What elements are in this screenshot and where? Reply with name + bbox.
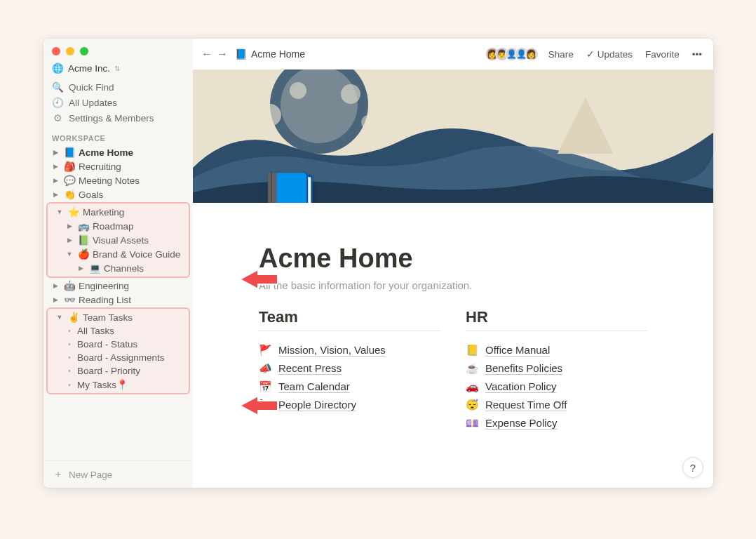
hr-link[interactable]: 📒Office Manual — [466, 341, 647, 359]
chevron-right-icon[interactable]: ▶ — [65, 237, 74, 244]
hr-link[interactable]: 🚗Vacation Policy — [466, 378, 647, 396]
emoji-icon: 📒 — [466, 344, 480, 357]
page-label: Recruiting — [79, 161, 121, 172]
link-label[interactable]: Office Manual — [485, 344, 550, 357]
emoji-icon: 🚗 — [466, 380, 480, 393]
chevron-right-icon[interactable]: ▶ — [50, 177, 60, 184]
page-channels[interactable]: ▶ 💻 Channels — [48, 261, 189, 275]
forward-button[interactable]: → — [217, 48, 228, 60]
all-updates[interactable]: 🕘 All Updates — [43, 95, 193, 110]
chevron-right-icon[interactable]: ▶ — [50, 191, 60, 198]
check-icon: ✓ — [586, 48, 595, 60]
avatar: 👩 — [525, 47, 539, 61]
presence-avatars[interactable]: 👩 👨 👤 👤 👩 — [485, 47, 539, 61]
page-marketing[interactable]: ▼ ⭐ Marketing — [48, 205, 189, 219]
bullet-icon: • — [65, 354, 74, 361]
new-page-button[interactable]: ＋ New Page — [43, 460, 193, 488]
share-button[interactable]: Share — [546, 48, 576, 61]
green-book-icon: 📗 — [77, 234, 90, 246]
traffic-lights — [43, 39, 193, 60]
page-team-tasks[interactable]: ▼ ✌️ Team Tasks — [48, 310, 189, 324]
window-minimize[interactable] — [66, 47, 74, 55]
view-all-tasks[interactable]: • All Tasks — [48, 324, 189, 338]
page-label: Acme Home — [79, 147, 133, 158]
page-label: Meeting Notes — [79, 175, 140, 186]
chevron-right-icon[interactable]: ▶ — [50, 296, 60, 303]
cover-image[interactable]: 📘 — [193, 69, 713, 203]
chevron-right-icon[interactable]: ▶ — [50, 149, 60, 156]
view-label: Board - Priority — [77, 366, 140, 376]
help-button[interactable]: ? — [682, 457, 703, 478]
emoji-icon: 💷 — [466, 417, 480, 430]
link-label[interactable]: Team Calendar — [278, 380, 350, 393]
hr-link[interactable]: 😴Request Time Off — [466, 396, 647, 414]
team-link[interactable]: 📣Recent Press — [259, 359, 440, 378]
new-page-label: New Page — [69, 470, 112, 480]
emoji-icon: 📣 — [259, 362, 273, 375]
page-description[interactable]: All the basic information for your organ… — [259, 279, 647, 291]
page-acme-home[interactable]: ▶ 📘 Acme Home — [43, 145, 193, 159]
view-board-status[interactable]: • Board - Status — [48, 338, 189, 351]
bus-icon: 🚌 — [77, 220, 90, 232]
svg-point-4 — [290, 82, 306, 99]
page-icon[interactable]: 📘 — [259, 170, 322, 203]
page-goals[interactable]: ▶ 👏 Goals — [43, 187, 193, 201]
chevron-right-icon[interactable]: ▶ — [50, 282, 60, 289]
window-close[interactable] — [52, 47, 60, 55]
nav-arrows: ← → — [201, 48, 228, 60]
favorite-button[interactable]: Favorite — [642, 48, 682, 61]
link-label[interactable]: Request Time Off — [485, 399, 567, 411]
team-column: Team 🚩Mission, Vision, Values📣Recent Pre… — [259, 308, 440, 432]
bullet-icon: • — [65, 367, 74, 375]
chevron-down-icon[interactable]: ▼ — [65, 251, 74, 258]
page-brand-voice[interactable]: ▼ 🍎 Brand & Voice Guide — [48, 247, 189, 261]
view-board-priority[interactable]: • Board - Priority — [48, 364, 189, 378]
page-engineering[interactable]: ▶ 🤖 Engineering — [43, 279, 193, 293]
hr-column: HR 📒Office Manual☕Benefits Policies🚗Vaca… — [466, 308, 647, 432]
workspace-switcher[interactable]: 🌐 Acme Inc. ⇅ — [43, 60, 193, 79]
more-menu[interactable]: ••• — [689, 48, 705, 61]
page-recruiting[interactable]: ▶ 🎒 Recruiting — [43, 159, 193, 173]
bullet-icon: • — [65, 327, 74, 335]
hr-link[interactable]: ☕Benefits Policies — [466, 359, 647, 378]
chevron-down-icon[interactable]: ▼ — [55, 314, 65, 321]
chevron-down-icon[interactable]: ▼ — [55, 208, 65, 215]
page-meeting-notes[interactable]: ▶ 💬 Meeting Notes — [43, 173, 193, 187]
peace-icon: ✌️ — [67, 312, 80, 323]
window-zoom[interactable] — [80, 47, 88, 55]
page-visual-assets[interactable]: ▶ 📗 Visual Assets — [48, 233, 189, 247]
chevron-right-icon[interactable]: ▶ — [65, 222, 74, 229]
all-updates-label: All Updates — [69, 98, 117, 108]
view-label: Board - Status — [77, 339, 137, 350]
page-title[interactable]: Acme Home — [259, 244, 647, 274]
callout-arrow — [240, 267, 278, 292]
hr-link[interactable]: 💷Expense Policy — [466, 414, 647, 432]
link-label[interactable]: Vacation Policy — [485, 380, 556, 393]
link-label[interactable]: People Directory — [278, 399, 356, 411]
updates-button[interactable]: ✓ Updates — [583, 47, 635, 61]
svg-marker-7 — [240, 270, 278, 289]
team-heading: Team — [259, 308, 440, 331]
view-board-assignments[interactable]: • Board - Assignments — [48, 351, 189, 364]
breadcrumb[interactable]: 📘 Acme Home — [235, 48, 305, 60]
link-label[interactable]: Mission, Vision, Values — [278, 344, 386, 357]
team-link[interactable]: 🚩Mission, Vision, Values — [259, 341, 440, 359]
team-link[interactable]: 📞People Directory — [259, 396, 440, 414]
link-label[interactable]: Benefits Policies — [485, 362, 562, 375]
speech-icon: 💬 — [63, 175, 76, 186]
link-label[interactable]: Recent Press — [278, 362, 342, 375]
page-reading-list[interactable]: ▶ 👓 Reading List — [43, 293, 193, 307]
page-roadmap[interactable]: ▶ 🚌 Roadmap — [48, 219, 189, 233]
highlight-team-tasks: ▼ ✌️ Team Tasks • All Tasks • Board - St… — [46, 307, 190, 394]
notebook-icon: 📘 — [63, 147, 76, 158]
team-link[interactable]: 📅Team Calendar — [259, 378, 440, 396]
settings-members-label: Settings & Members — [69, 113, 154, 124]
view-my-tasks[interactable]: • My Tasks📍 — [48, 378, 189, 392]
view-label: All Tasks — [77, 326, 114, 336]
chevron-right-icon[interactable]: ▶ — [76, 265, 86, 272]
chevron-right-icon[interactable]: ▶ — [50, 163, 60, 170]
quick-find[interactable]: 🔍 Quick Find — [43, 79, 193, 95]
settings-members[interactable]: ⚙ Settings & Members — [43, 110, 193, 126]
back-button[interactable]: ← — [201, 48, 212, 60]
link-label[interactable]: Expense Policy — [485, 417, 558, 430]
